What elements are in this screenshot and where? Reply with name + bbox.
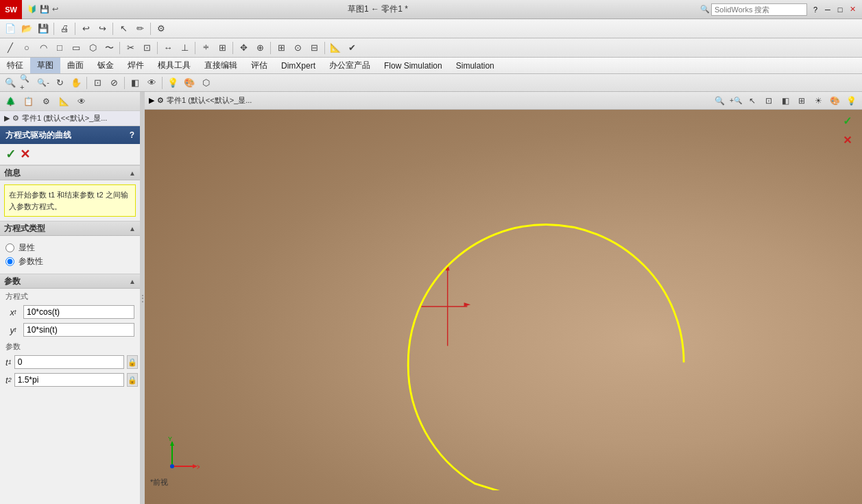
t2-lock-button[interactable]: 🔒 <box>127 373 138 387</box>
t1-lock-button[interactable]: 🔒 <box>127 355 138 369</box>
vp-cancel-button[interactable]: ✕ <box>839 132 855 148</box>
type-section-header[interactable]: 方程式类型 ▲ <box>0 221 140 236</box>
mirror-icon[interactable]: ⫩ <box>198 40 213 56</box>
sketch-polygon-icon[interactable]: ⬡ <box>85 40 100 56</box>
t1-input[interactable] <box>14 355 124 369</box>
panel-feature-tree-icon[interactable]: 🌲 <box>3 94 18 109</box>
sep-v1 <box>86 77 87 89</box>
params-section-header[interactable]: 参数 ▲ <box>0 274 140 289</box>
vp-zoom-in-icon[interactable]: +🔍 <box>729 94 743 108</box>
menu-surface[interactable]: 曲面 <box>60 58 91 73</box>
vp-section-icon[interactable]: ⊡ <box>762 94 776 108</box>
menu-simulation[interactable]: Simulation <box>449 58 501 73</box>
menu-evaluate[interactable]: 评估 <box>244 58 274 73</box>
sketch-slot-icon[interactable]: ▭ <box>69 40 84 56</box>
sketch-arc-icon[interactable]: ◠ <box>36 40 51 56</box>
scene-icon[interactable]: ⬡ <box>198 75 213 91</box>
undo-toolbar-icon[interactable]: ↩ <box>78 21 93 36</box>
menu-flow-simulation[interactable]: Flow Simulation <box>377 58 449 73</box>
hide-show-icon[interactable]: 👁 <box>144 75 159 91</box>
options-icon[interactable]: ⚙ <box>154 21 169 36</box>
t2-input[interactable] <box>14 373 124 387</box>
minimize-button[interactable]: ─ <box>822 4 833 15</box>
move-icon[interactable]: ✥ <box>236 40 251 56</box>
search-input[interactable] <box>711 3 807 16</box>
parametric-label[interactable]: 参数性 <box>19 256 43 267</box>
cancel-button[interactable]: ✕ <box>20 147 30 162</box>
pattern-icon[interactable]: ⊞ <box>215 40 230 56</box>
view-orient-icon[interactable]: ⊡ <box>90 75 105 91</box>
expand-tree-icon[interactable]: ▶ <box>149 96 154 105</box>
vp-ok-button[interactable]: ✓ <box>839 112 855 129</box>
copy-icon[interactable]: ⊕ <box>252 40 267 56</box>
close-button[interactable]: ✕ <box>847 4 858 15</box>
new-icon[interactable]: 📄 <box>3 21 18 36</box>
vp-realview-icon[interactable]: 💡 <box>844 94 858 108</box>
zoom-in-icon[interactable]: 🔍+ <box>19 75 34 91</box>
print-icon[interactable]: 🖨 <box>57 21 72 36</box>
open-icon[interactable]: 📂 <box>19 21 34 36</box>
rotate-icon[interactable]: ↻ <box>52 75 67 91</box>
sketch-rect-icon[interactable]: □ <box>52 40 67 56</box>
vp-view2-icon[interactable]: ⊞ <box>795 94 809 108</box>
vp-zoom-icon[interactable]: 🔍 <box>713 94 726 108</box>
menu-sketch[interactable]: 草图 <box>30 58 60 73</box>
menu-office-products[interactable]: 办公室产品 <box>322 58 377 73</box>
drawing-area[interactable]: X Y *前视 <box>145 110 862 490</box>
parametric-radio-row: 参数性 <box>5 256 134 267</box>
sep4 <box>150 23 151 35</box>
measure-icon[interactable]: 📐 <box>328 40 343 56</box>
params-section-content: 方程式 xt yt 参数 t1 🔒 <box>0 289 140 393</box>
offset-icon[interactable]: ⊡ <box>139 40 154 56</box>
panel-help-icon[interactable]: ? <box>130 130 134 140</box>
display-grid-icon[interactable]: ⊟ <box>307 40 322 56</box>
sketch-line-icon[interactable]: ╱ <box>3 40 18 56</box>
lights-icon[interactable]: 💡 <box>165 75 180 91</box>
menu-weldments[interactable]: 焊件 <box>121 58 151 73</box>
menu-dimxpert[interactable]: DimXpert <box>274 58 322 73</box>
help-button[interactable]: ? <box>810 4 821 15</box>
feature-tree-item[interactable]: ▶ ⚙ 零件1 (默认<<默认>_显... <box>0 111 140 126</box>
vp-view1-icon[interactable]: ◧ <box>778 94 792 108</box>
vp-scene-icon[interactable]: ☀ <box>811 94 825 108</box>
sketch-spline-icon[interactable]: 〜 <box>101 40 117 56</box>
relation-icon[interactable]: ⊥ <box>177 40 192 56</box>
zoom-out-icon[interactable]: 🔍- <box>36 75 51 91</box>
trim-icon[interactable]: ✂ <box>123 40 138 56</box>
panel-property-icon[interactable]: 📋 <box>21 94 36 109</box>
menu-mold-tools[interactable]: 模具工具 <box>151 58 197 73</box>
parametric-radio[interactable] <box>5 257 14 266</box>
undo-icon[interactable]: ↩ <box>52 5 58 14</box>
explicit-label[interactable]: 显性 <box>19 242 35 254</box>
save-icon[interactable]: 💾 <box>40 5 49 14</box>
menu-features[interactable]: 特征 <box>0 58 30 73</box>
maximize-button[interactable]: □ <box>835 4 846 15</box>
dimension-icon[interactable]: ↔ <box>160 40 176 56</box>
sketch-icon[interactable]: ✏ <box>132 21 147 36</box>
section-view-icon[interactable]: ⊘ <box>106 75 121 91</box>
pan-icon[interactable]: ✋ <box>69 75 84 91</box>
vp-select-icon[interactable]: ↖ <box>745 94 759 108</box>
check-icon[interactable]: ✔ <box>344 40 359 56</box>
save-toolbar-icon[interactable]: 💾 <box>36 21 51 36</box>
zoom-fit-icon[interactable]: 🔍 <box>3 75 18 91</box>
menu-direct-edit[interactable]: 直接编辑 <box>197 58 244 73</box>
vp-appear-icon[interactable]: 🎨 <box>828 94 841 108</box>
display-style-icon[interactable]: ◧ <box>128 75 143 91</box>
redo-toolbar-icon[interactable]: ↪ <box>95 21 110 36</box>
appearance-icon[interactable]: 🎨 <box>182 75 197 91</box>
grid-icon[interactable]: ⊞ <box>274 40 289 56</box>
panel-config-icon[interactable]: ⚙ <box>38 94 53 109</box>
panel-dimxpert-icon[interactable]: 📐 <box>56 94 71 109</box>
x-formula-input[interactable] <box>23 305 134 319</box>
snap-icon[interactable]: ⊙ <box>290 40 305 56</box>
select-icon[interactable]: ↖ <box>116 21 131 36</box>
t2-row: t2 🔒 <box>5 372 134 387</box>
y-formula-input[interactable] <box>23 323 134 337</box>
panel-display-icon[interactable]: 👁 <box>74 94 89 109</box>
info-section-header[interactable]: 信息 ▲ <box>0 165 140 180</box>
menu-sheetmetal[interactable]: 钣金 <box>91 58 121 73</box>
explicit-radio[interactable] <box>5 243 14 252</box>
sketch-circle-icon[interactable]: ○ <box>19 40 34 56</box>
ok-button[interactable]: ✓ <box>5 147 16 162</box>
